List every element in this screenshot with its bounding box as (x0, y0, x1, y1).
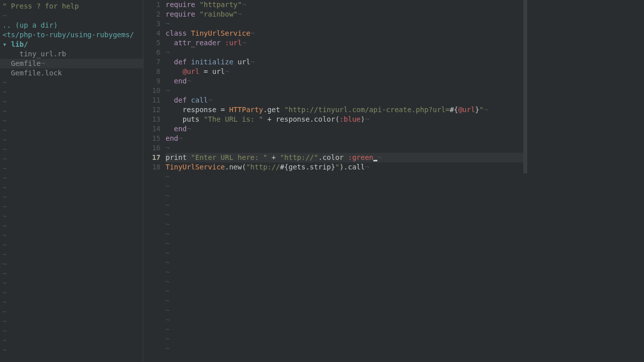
code-line: class TinyUrlService¬ (166, 29, 523, 38)
code-line: require "httparty"¬ (166, 0, 523, 10)
tilde-row: ~ (0, 336, 143, 345)
code-line: end¬ (166, 76, 523, 86)
folder-lib[interactable]: ▾ lib/ (0, 40, 143, 49)
tilde-row: ~ (166, 325, 523, 334)
tilde-row: ~ (166, 334, 523, 344)
up-dir[interactable]: .. (up a dir) (0, 21, 143, 30)
tilde-row: ~ (166, 172, 523, 182)
tilde-row: ~ (0, 345, 143, 355)
tilde-row: ~ (0, 107, 143, 116)
help-text: " Press ? for help (0, 1, 143, 11)
code-line: require "rainbow"¬ (166, 10, 523, 19)
code-line: ¬ (166, 86, 523, 96)
code-line: puts "The URL is: " + response.color(:bl… (166, 115, 523, 124)
tilde-row: ~ (0, 279, 143, 288)
editor-pane[interactable]: 1 2 3 4 5 6 7 8 9 10 11 12 13 14 15 16 1… (143, 0, 523, 362)
tilde-row: ~ (166, 248, 523, 258)
tilde-row: ~ (0, 326, 143, 336)
code-area[interactable]: require "httparty"¬ require "rainbow"¬ ¬… (165, 0, 523, 362)
code-line-current: print "Enter URL here: " + "http://".col… (166, 153, 523, 162)
tilde-row: ~ (166, 344, 523, 353)
tilde-row: ~ (166, 220, 523, 229)
tilde-row: ~ (0, 97, 143, 107)
right-margin-indicator (523, 0, 527, 173)
tilde-row: ~ (0, 240, 143, 250)
tilde-row: ~ (0, 250, 143, 259)
tilde-row: ~ (166, 201, 523, 210)
tilde-row: ~ (0, 307, 143, 317)
code-line: @url = url¬ (166, 67, 523, 76)
tilde-row: ~ (0, 11, 143, 21)
tilde-row: ~ (0, 126, 143, 135)
tilde-row: ~ (0, 154, 143, 164)
breadcrumb-path: <ts/php-to-ruby/using-rubygems/ (0, 30, 143, 40)
tilde-row: ~ (0, 193, 143, 202)
code-line: TinyUrlService.new("http://#{gets.strip}… (166, 162, 523, 172)
tilde-row: ~ (166, 258, 523, 267)
tilde-row: ~ (0, 212, 143, 221)
tilde-row: ~ (166, 306, 523, 315)
file-tiny-url[interactable]: tiny_url.rb (0, 49, 143, 59)
tilde-row: ~ (0, 183, 143, 193)
code-line: end¬ (166, 124, 523, 134)
tilde-row: ~ (0, 269, 143, 279)
code-line: attr_reader :url¬ (166, 38, 523, 48)
line-number-gutter: 1 2 3 4 5 6 7 8 9 10 11 12 13 14 15 16 1… (143, 0, 165, 362)
tilde-row: ~ (0, 221, 143, 231)
tilde-row: ~ (0, 202, 143, 212)
tilde-row: ~ (166, 210, 523, 220)
code-line: ¬ (166, 143, 523, 153)
tilde-row: ~ (0, 116, 143, 126)
tilde-row: ~ (0, 173, 143, 183)
code-line: def call¬ (166, 96, 523, 105)
tilde-row: ~ (0, 145, 143, 154)
file-gemfile-lock[interactable]: Gemfile.lock (0, 68, 143, 78)
tilde-row: ~ (0, 259, 143, 269)
tilde-row: ~ (166, 287, 523, 296)
file-gemfile[interactable]: Gemfile¬ (0, 59, 143, 68)
code-line: end¬ (166, 134, 523, 143)
tilde-row: ~ (0, 288, 143, 298)
tilde-row: ~ (166, 182, 523, 191)
tilde-row: ~ (166, 277, 523, 287)
tilde-row: ~ (0, 231, 143, 240)
code-line: response = HTTParty.get "http://tinyurl.… (166, 105, 523, 115)
code-line: ¬ (166, 48, 523, 57)
tilde-row: ~ (0, 298, 143, 307)
tilde-row: ~ (166, 239, 523, 248)
cursor (373, 160, 377, 161)
tilde-row: ~ (0, 317, 143, 326)
tilde-row: ~ (166, 267, 523, 277)
tilde-row: ~ (166, 296, 523, 306)
right-margin (523, 0, 644, 362)
code-line: def initialize url¬ (166, 57, 523, 67)
tilde-row: ~ (166, 315, 523, 325)
current-line-number: 17 (143, 153, 160, 162)
tilde-row: ~ (166, 229, 523, 239)
tilde-row: ~ (0, 78, 143, 87)
code-line: ¬ (166, 19, 523, 29)
tilde-row: ~ (0, 135, 143, 145)
file-tree-sidebar: " Press ? for help ~ .. (up a dir) <ts/p… (0, 0, 143, 362)
tilde-row: ~ (0, 87, 143, 97)
tilde-row: ~ (0, 164, 143, 173)
tilde-row: ~ (166, 191, 523, 201)
